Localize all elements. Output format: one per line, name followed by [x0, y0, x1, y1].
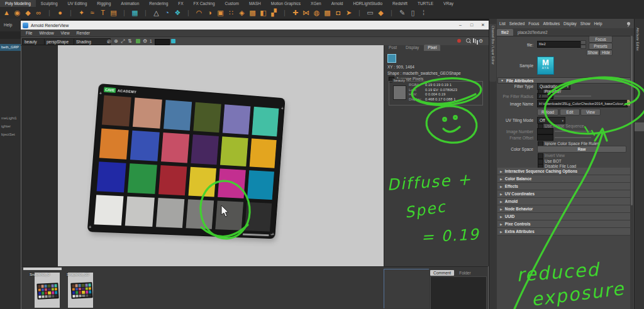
shelf-icon[interactable]: ◈ — [236, 7, 247, 19]
menu-item[interactable]: File — [26, 31, 32, 35]
pixel-panel-tab[interactable]: Post — [385, 45, 401, 51]
pre-filter-radius-field[interactable]: 2.000 — [537, 93, 553, 99]
menu-item[interactable]: Render — [77, 31, 90, 35]
shelf-icon[interactable]: ▞ — [269, 7, 279, 19]
pin-icon[interactable] — [627, 22, 630, 25]
comment-body[interactable] — [430, 276, 487, 309]
show-button[interactable]: Show — [586, 50, 599, 56]
exposure-value-field[interactable] — [155, 39, 170, 45]
expand-icon[interactable]: ⤢ — [121, 38, 125, 45]
ae-section[interactable]: ▶ Arnold — [497, 198, 631, 205]
uv-tiling-mode-dropdown[interactable]: Off — [537, 117, 565, 124]
shelf-icon[interactable]: ◆ — [23, 7, 33, 19]
ae-section[interactable]: ▶ Node Behavior — [497, 205, 631, 213]
shelf-icon[interactable]: ⋈ — [301, 7, 311, 19]
shelf-tab[interactable]: Custom — [220, 0, 244, 7]
shelf-icon[interactable]: ∞ — [33, 7, 44, 19]
image-name-field[interactable]: H:\downloads\35Lg_ColorChecker2014_baseC… — [537, 100, 628, 107]
shelf-icon[interactable]: ◆ — [375, 7, 386, 19]
shelf-icon[interactable]: ∷ — [226, 7, 236, 19]
pixel-panel-tab[interactable]: Display — [402, 45, 423, 51]
attribute-editor-side-tab[interactable]: Attribute Editor — [636, 28, 640, 51]
compare-icon[interactable]: ⇅ — [128, 38, 132, 45]
ae-section[interactable]: ▶ Color Balance — [497, 175, 631, 183]
menu-item[interactable]: View — [61, 31, 70, 35]
shelf-icon[interactable]: ◠ — [194, 7, 204, 19]
magnifier-icon[interactable] — [466, 38, 470, 43]
shelf-icon[interactable]: ≈ — [87, 7, 97, 19]
shelf-icon[interactable]: ⁞ — [418, 7, 429, 19]
shelf-tab[interactable]: Sculpting — [36, 0, 63, 7]
shelf-icon[interactable]: ❖ — [172, 7, 183, 19]
snapshot-icon[interactable]: ◎ — [107, 38, 111, 45]
shelf-icon[interactable]: ◑ — [204, 7, 215, 19]
isolate-icon[interactable] — [136, 39, 140, 43]
shelf-icon[interactable]: T — [97, 7, 108, 19]
shelf-icon[interactable]: | — [386, 7, 397, 19]
shelf-icon[interactable]: | — [140, 7, 151, 19]
edit-button[interactable]: Edit — [560, 109, 580, 116]
shelf-icon[interactable]: | — [279, 7, 290, 19]
crosshair-icon[interactable]: ⊕ — [114, 38, 118, 45]
shelf-tab[interactable]: Arnold — [326, 0, 348, 7]
image-number-slider[interactable] — [555, 131, 591, 132]
maximize-button[interactable]: □ — [466, 21, 477, 30]
comment-tab[interactable]: Folder — [456, 270, 474, 276]
shelf-icon[interactable]: ▲ — [1, 7, 12, 19]
snapshots-scrollbar[interactable] — [23, 268, 62, 270]
shelf-tab[interactable]: HDRLightStudio — [348, 0, 387, 7]
store-snapshot-icon[interactable] — [171, 39, 175, 43]
shelf-tab[interactable]: Motion Graphics — [266, 0, 306, 7]
frame-offset-field[interactable] — [537, 134, 553, 141]
shelf-icon[interactable]: ▩ — [322, 7, 333, 19]
histogram-icon[interactable] — [473, 38, 474, 43]
shelf-icon[interactable]: | — [119, 7, 130, 19]
shelf-icon[interactable]: ◉ — [12, 7, 23, 19]
shelf-icon[interactable]: | — [183, 7, 194, 19]
frame-offset-slider[interactable] — [555, 137, 591, 138]
shelf-icon[interactable]: ▩ — [247, 7, 258, 19]
ae-node-tab[interactable]: place2dTexture2 — [513, 29, 552, 36]
ae-menu-item[interactable]: Focus — [528, 21, 539, 26]
renderview-titlebar[interactable]: Arnold RenderView — [21, 21, 489, 30]
shelf-icon[interactable]: ▦ — [130, 7, 140, 19]
snapshot-card[interactable] — [35, 273, 60, 308]
shelf-tab[interactable]: TURTLE — [413, 0, 438, 7]
menu-item[interactable]: Window — [39, 31, 53, 35]
focus-button[interactable]: Focus — [589, 36, 613, 43]
ae-menu-item[interactable]: List — [499, 21, 506, 26]
shelf-icon[interactable]: | — [354, 7, 365, 19]
swatch-up-button[interactable] — [580, 40, 586, 45]
shelf-tab[interactable]: FX Caching — [189, 0, 220, 7]
ae-section[interactable]: ▶ UV Coordinates — [497, 190, 631, 198]
shelf-tab[interactable]: UV Editing — [63, 0, 92, 7]
shelf-icon[interactable]: ➤ — [343, 7, 354, 19]
pre-filter-radius-slider[interactable] — [555, 95, 591, 97]
shelf-icon[interactable]: ✎ — [397, 7, 408, 19]
comment-tab[interactable]: Comment — [430, 270, 454, 276]
ae-section[interactable]: ▶ Extra Attributes — [497, 228, 631, 236]
display-mode-dropdown[interactable]: Shading — [74, 38, 111, 45]
shelf-icon[interactable]: ▯ — [408, 7, 418, 19]
dock-handle[interactable] — [635, 122, 644, 131]
gear-icon[interactable]: ⚙ — [143, 38, 147, 45]
swatch-down-button[interactable] — [580, 45, 586, 49]
shelf-tab[interactable]: FX — [173, 0, 188, 7]
ae-section[interactable]: ▶ Pixe Controls — [497, 220, 631, 228]
shelf-tab[interactable]: Redshift — [387, 0, 413, 7]
shelf-icon[interactable]: | — [44, 7, 55, 19]
ipr-record-icon[interactable] — [457, 39, 461, 43]
shelf-icon[interactable]: ◔ — [162, 7, 172, 19]
ae-node-tab[interactable]: file2 — [497, 29, 513, 36]
outliner-item[interactable]: ighter — [0, 122, 21, 131]
outliner-help-menu[interactable]: Help — [4, 23, 12, 27]
shelf-tab[interactable]: Rendering — [144, 0, 173, 7]
shelf-icon[interactable]: | — [65, 7, 76, 19]
outliner-item[interactable]: bjectSet — [0, 131, 21, 139]
snapshot-card[interactable] — [68, 273, 93, 308]
invert-view-checkbox[interactable] — [538, 153, 543, 159]
shelf-icon[interactable]: △ — [151, 7, 162, 19]
hide-button[interactable]: Hide — [599, 50, 613, 56]
close-button[interactable]: ✕ — [477, 21, 489, 30]
ae-menu-item[interactable]: Attributes — [543, 21, 560, 26]
